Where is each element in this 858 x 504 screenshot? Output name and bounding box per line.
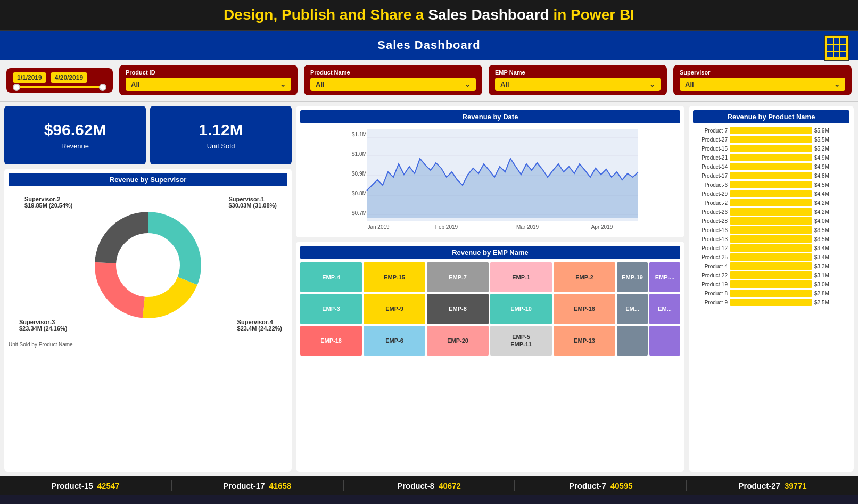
ticker-value: 39771 [785, 481, 807, 490]
ticker-product: Product-7 [569, 481, 606, 490]
emp-cell-em3[interactable]: EM... [649, 294, 680, 324]
date-end[interactable]: 4/20/2019 [51, 72, 87, 83]
bar-track [730, 145, 812, 152]
emp-cell-emp19[interactable]: EMP-19 [617, 262, 648, 292]
bar-label: Product-14 [693, 164, 728, 170]
product-bar-row[interactable]: Product-13 $3.5M [693, 235, 849, 243]
emp-cell-emp16[interactable]: EMP-16 [554, 294, 615, 324]
supervisor-card: Revenue by Supervisor Supervisor-1 $30.0… [4, 169, 292, 472]
emp-cell-emp18[interactable]: EMP-18 [300, 326, 362, 356]
product-bar-row[interactable]: Product-7 $5.9M [693, 127, 849, 134]
revenue-value: $96.62M [44, 121, 106, 139]
emp-cell-emp9[interactable]: EMP-9 [364, 294, 425, 324]
emp-name-select[interactable]: All ⌄ [495, 78, 661, 91]
date-start[interactable]: 1/1/2019 [13, 72, 46, 83]
emp-cell-emp6[interactable]: EMP-6 [364, 326, 425, 356]
emp-cell-emp10[interactable]: EMP-10 [490, 294, 552, 324]
ticker-item: Product-7 40595 [515, 480, 686, 491]
bar-track [730, 262, 812, 270]
legend-label-2: Supervisor-2 [24, 196, 73, 202]
bar-label: Product-27 [693, 137, 728, 143]
svg-text:Apr 2019: Apr 2019 [591, 224, 613, 230]
bar-value: $3.4M [814, 254, 835, 260]
bar-value: $3.5M [814, 227, 835, 233]
product-bar-row[interactable]: Product-15 $5.2M [693, 145, 849, 152]
bar-label: Product-28 [693, 218, 728, 224]
product-id-filter: Product ID All ⌄ [119, 65, 298, 95]
bar-label: Product-2 [693, 200, 728, 206]
emp-cell-emp1[interactable]: EMP-1 [490, 262, 552, 292]
product-bar-row[interactable]: Product-4 $3.3M [693, 262, 849, 270]
line-chart-area: $1.1M $1.0M $0.9M $0.8M $0.7M [300, 127, 680, 233]
svg-text:Feb 2019: Feb 2019 [435, 224, 458, 230]
ticker-bar: Product-15 42547 Product-17 41658 Produc… [0, 476, 858, 495]
emp-cell-empty1 [617, 326, 648, 356]
bar-track [730, 271, 812, 279]
ticker-value: 40595 [610, 481, 633, 490]
product-bar-row[interactable]: Product-19 $3.0M [693, 280, 849, 288]
product-id-select[interactable]: All ⌄ [126, 78, 291, 91]
bar-track [730, 299, 812, 306]
product-bar-row[interactable]: Product-14 $4.9M [693, 163, 849, 170]
emp-cell-emp2[interactable]: EMP-2 [554, 262, 615, 292]
slider-track[interactable] [13, 86, 106, 88]
product-bar-row[interactable]: Product-22 $3.1M [693, 271, 849, 279]
product-bar-row[interactable]: Product-21 $4.9M [693, 154, 849, 161]
bar-track [730, 244, 812, 252]
svg-text:$1.1M: $1.1M [352, 131, 367, 137]
bar-label: Product-9 [693, 300, 728, 305]
bar-track [730, 290, 812, 297]
product-id-label: Product ID [126, 69, 291, 76]
line-chart-svg: $1.1M $1.0M $0.9M $0.8M $0.7M [300, 127, 680, 233]
emp-cell-emp7[interactable]: EMP-7 [427, 262, 489, 292]
emp-cell-emp5-11[interactable]: EMP-5 EMP-11 [490, 326, 552, 356]
svg-text:$0.9M: $0.9M [352, 171, 367, 177]
bar-label: Product-12 [693, 245, 728, 251]
bar-track [730, 163, 812, 170]
product-bar-row[interactable]: Product-8 $2.8M [693, 290, 849, 297]
bar-label: Product-26 [693, 209, 728, 215]
bar-track [730, 190, 812, 197]
emp-cell-em2[interactable]: EM... [617, 294, 648, 324]
product-bar-row[interactable]: Product-12 $3.4M [693, 244, 849, 252]
chevron-down-icon-4: ⌄ [834, 80, 840, 88]
product-bar-row[interactable]: Product-25 $3.4M [693, 253, 849, 261]
supervisor-select[interactable]: All ⌄ [680, 78, 845, 91]
ticker-value: 42547 [97, 481, 120, 490]
product-bar-row[interactable]: Product-29 $4.4M [693, 190, 849, 197]
slider-thumb-left[interactable] [13, 84, 20, 91]
emp-cell-emp3[interactable]: EMP-3 [300, 294, 362, 324]
legend-label-1: Supervisor-1 [229, 196, 277, 202]
product-name-label: Product Name [310, 69, 476, 76]
bar-value: $3.4M [814, 245, 835, 251]
product-bar-row[interactable]: Product-16 $3.5M [693, 226, 849, 234]
emp-cell-emp4[interactable]: EMP-4 [300, 262, 362, 292]
bar-track [730, 172, 812, 179]
bar-track [730, 154, 812, 161]
main-title: Design, Publish and Share a Sales Dashbo… [0, 6, 858, 23]
revenue-label: Revenue [61, 142, 89, 150]
product-bar-row[interactable]: Product-17 $4.8M [693, 172, 849, 179]
emp-cell-emp8[interactable]: EMP-8 [427, 294, 489, 324]
product-bar-row[interactable]: Product-2 $4.2M [693, 199, 849, 206]
ticker-value: 40672 [439, 481, 461, 490]
bar-label: Product-29 [693, 191, 728, 197]
date-slider[interactable] [13, 86, 106, 88]
product-name-select[interactable]: All ⌄ [310, 78, 476, 91]
product-bar-row[interactable]: Product-26 $4.2M [693, 208, 849, 216]
ticker-item: Product-27 39771 [687, 480, 858, 491]
product-bar-row[interactable]: Product-9 $2.5M [693, 299, 849, 306]
emp-cell-emp13[interactable]: EMP-13 [554, 326, 615, 356]
product-bar-row[interactable]: Product-6 $4.5M [693, 181, 849, 188]
product-bar-row[interactable]: Product-28 $4.0M [693, 217, 849, 225]
emp-cell-emp15[interactable]: EMP-15 [364, 262, 425, 292]
emp-cell-emp20[interactable]: EMP-20 [427, 326, 489, 356]
date-values: 1/1/2019 4/20/2019 [13, 72, 106, 83]
donut-container: Supervisor-1 $30.03M (31.08%) Supervisor… [9, 191, 287, 340]
bar-track [730, 226, 812, 234]
emp-cell-emp-more1[interactable]: EMP-... [649, 262, 680, 292]
slider-thumb-right[interactable] [99, 84, 106, 91]
bar-label: Product-17 [693, 173, 728, 179]
bar-label: Product-21 [693, 155, 728, 161]
product-bar-row[interactable]: Product-27 $5.5M [693, 136, 849, 143]
